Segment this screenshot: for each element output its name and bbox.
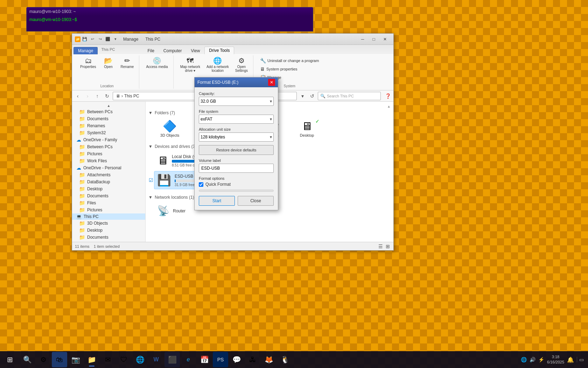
address-dropdown-btn[interactable]: ▾ [298,92,307,100]
tab-manage[interactable]: Manage [74,47,98,54]
sidebar-label: DataBackup [87,179,110,184]
taskbar-terminal[interactable]: ⬛ [164,352,180,367]
sidebar-item-pictures-1[interactable]: 📁 Pictures [72,150,145,157]
properties-ribbon-btn[interactable]: 🗂 Properties [78,55,99,70]
sidebar-label: Pictures [87,207,102,212]
taskbar-clock[interactable]: 3:18 6/16/2025 [547,354,564,365]
quick-format-checkbox[interactable] [199,182,203,187]
redo-btn[interactable]: ↪ [97,36,104,43]
search-box[interactable]: 🔍 Search This PC [318,92,381,100]
sidebar-item-system32[interactable]: 📁 System32 [72,129,145,136]
taskbar-store[interactable]: 🛍 [52,352,67,367]
system-group-label: System [283,83,296,89]
tab-file[interactable]: File [143,47,159,54]
more-btn[interactable]: ▾ [112,36,119,43]
forward-button[interactable]: › [83,92,92,100]
volume-label: Volume label [199,158,274,163]
taskbar-discord[interactable]: 💬 [229,352,244,367]
open-settings-btn[interactable]: ⚙ OpenSettings [233,55,250,74]
taskbar-ubuntu[interactable]: 🐧 [277,352,293,367]
sidebar-item-desktop-od[interactable]: 📁 Desktop [72,185,145,192]
folder-icon: 📁 [79,227,85,233]
taskbar-ie[interactable]: e [181,352,196,367]
sidebar-item-between-pcs-1[interactable]: 📁 Between PCs [72,108,145,115]
rename-ribbon-btn[interactable]: ✏ Rename [118,55,136,70]
sidebar-item-work-files[interactable]: 📁 Work Files [72,157,145,164]
sidebar-item-3d-objects[interactable]: 📁 3D Objects [72,220,145,227]
maximize-button[interactable]: □ [368,35,379,43]
sidebar-item-attachments[interactable]: 📁 Attachments [72,171,145,178]
system-props-btn[interactable]: 🖥 System properties [258,65,321,73]
back-button[interactable]: ‹ [74,92,82,100]
uninstall-btn[interactable]: 🔧 Uninstall or change a program [258,57,321,64]
sidebar-item-documents-2[interactable]: 📁 Documents [72,192,145,199]
folder-label: 3D Objects [160,133,179,137]
capacity-select[interactable]: 32.0 GB ▾ [199,97,274,106]
sidebar-item-between-pcs-2[interactable]: 📁 Between PCs [72,143,145,150]
sidebar-label: Attachments [87,172,111,177]
start-button-taskbar[interactable]: ⊞ [1,351,18,368]
sidebar-item-documents-1[interactable]: 📁 Documents [72,115,145,122]
help-button[interactable]: ❓ [384,92,392,100]
sidebar-item-documents-3[interactable]: 📁 Documents [72,234,145,241]
address-refresh-btn[interactable]: ↺ [308,92,316,100]
volume-input[interactable] [199,164,274,173]
taskbar-settings[interactable]: ⚙ [36,352,51,367]
close-button[interactable]: ✕ [379,35,391,43]
taskbar-edge[interactable]: 🌐 [132,352,148,367]
alloc-select[interactable]: 128 kilobytes ▾ [199,132,274,142]
start-button[interactable]: Start [199,196,235,206]
properties-btn-quick[interactable]: ⬛ [104,36,111,43]
taskbar-explorer[interactable]: 📁 [84,352,99,367]
taskbar-firefox[interactable]: 🦊 [261,352,276,367]
sidebar-item-databackup[interactable]: 📁 DataBackup [72,178,145,185]
sidebar-label: Desktop [87,228,103,233]
sidebar-item-this-pc[interactable]: 💻 This PC [72,213,145,220]
folder-desktop[interactable]: 🖥 Desktop ✓ [291,118,323,140]
notification-icon[interactable]: 🔔 [567,356,574,363]
tab-view[interactable]: View [187,47,205,54]
tile-view-btn[interactable]: ⊞ [385,244,391,249]
taskbar-network-icon[interactable]: 🌐 [521,357,527,362]
save-btn[interactable]: 💾 [81,36,88,43]
folder-icon: 📁 [79,144,85,150]
sidebar-item-pictures-2[interactable]: 📁 Pictures [72,206,145,213]
taskbar-mail[interactable]: ✉ [100,352,115,367]
tab-drive-tools[interactable]: Drive Tools [204,47,234,54]
add-network-btn[interactable]: 🌐 Add a networklocation [204,55,231,74]
sidebar-item-onedrive-personal[interactable]: ☁ OneDrive - Personal [72,164,145,171]
undo-btn[interactable]: ↩ [89,36,96,43]
access-media-ribbon-btn[interactable]: 💿 Access media [144,55,170,70]
folder-3d-objects[interactable]: 🔷 3D Objects [154,118,186,140]
list-view-btn[interactable]: ☰ [378,244,384,249]
taskbar-outlook[interactable]: 📅 [197,352,212,367]
up-button[interactable]: ↑ [93,92,102,100]
sidebar-item-files[interactable]: 📁 Files [72,199,145,206]
taskbar-camera[interactable]: 📷 [68,352,83,367]
dialog-body: Capacity: 32.0 GB ▾ File system exFAT ▾ … [195,87,278,210]
taskbar-volume-icon[interactable]: 🔊 [530,357,536,362]
refresh-button[interactable]: ↻ [103,92,111,100]
minimize-button[interactable]: ─ [357,35,368,43]
dialog-close-btn[interactable]: ✕ [268,79,275,86]
sidebar-item-renames[interactable]: 📁 Renames [72,122,145,129]
taskbar-search[interactable]: 🔍 [20,352,35,367]
open-ribbon-btn[interactable]: 📂 Open [100,55,117,70]
sidebar-scroll-up[interactable]: ▲ [72,103,145,108]
restore-defaults-btn[interactable]: Restore device defaults [199,145,274,155]
close-dialog-button[interactable]: Close [238,196,274,206]
taskbar-word[interactable]: W [148,352,164,367]
tab-computer[interactable]: Computer [159,47,187,54]
taskbar-security[interactable]: 🛡 [116,352,132,367]
folder-icon: 📁 [79,130,85,136]
taskbar-network-mgr[interactable]: 🖧 [245,352,260,367]
folders-section-title: Folders (7) [155,110,175,115]
selected-count: 1 item selected [94,244,120,248]
taskbar-powershell[interactable]: PS [213,352,228,367]
map-network-btn[interactable]: 🗺 Map networkdrive ▾ [178,55,203,74]
sidebar-item-desktop-pc[interactable]: 📁 Desktop [72,227,145,234]
filesystem-select[interactable]: exFAT ▾ [199,115,274,124]
sidebar-item-onedrive-family[interactable]: ☁ OneDrive - Family [72,136,145,143]
taskbar-right: 🌐 🔊 ⚡ 3:18 6/16/2025 🔔 ▭ [521,354,587,365]
show-desktop-btn[interactable]: ▭ [577,357,584,362]
